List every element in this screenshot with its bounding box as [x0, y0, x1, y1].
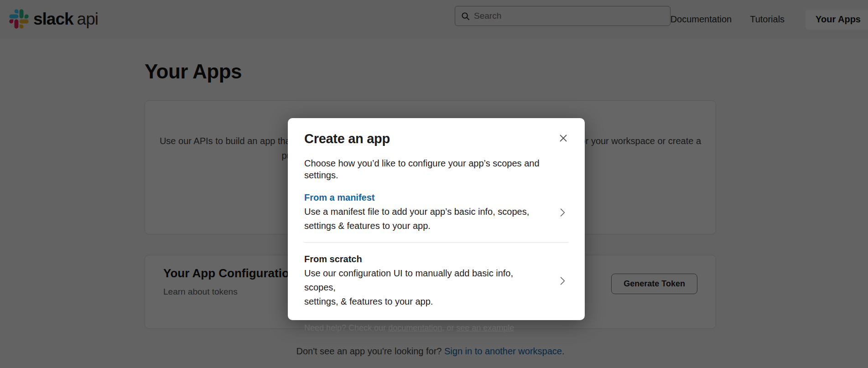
slack-api-your-apps-page: { "header": { "brand": { "bold": "slack"… [0, 0, 868, 368]
option-from-a-manifest[interactable]: From a manifest Use a manifest file to a… [304, 192, 568, 233]
from-scratch-title[interactable]: From scratch [304, 253, 535, 265]
modal-help-line: Need help? Check our documentation, or s… [304, 322, 568, 333]
from-a-manifest-title[interactable]: From a manifest [304, 192, 529, 203]
from-scratch-description: Use our configuration UI to manually add… [304, 266, 535, 309]
help-prefix-text: Need help? Check our [304, 323, 388, 332]
modal-title: Create an app [304, 131, 390, 146]
create-an-app-modal: Create an app Choose how you’d like to c… [288, 118, 585, 320]
chevron-right-icon [556, 207, 568, 218]
modal-subtitle: Choose how you’d like to configure your … [304, 157, 568, 181]
close-button[interactable] [558, 133, 568, 143]
see-an-example-link[interactable]: see an example [456, 323, 514, 332]
chevron-right-icon [556, 275, 568, 287]
options-divider [304, 242, 568, 243]
from-a-manifest-description: Use a manifest file to add your app’s ba… [304, 205, 529, 233]
option-from-scratch[interactable]: From scratch Use our configuration UI to… [304, 253, 568, 309]
close-icon [558, 133, 568, 143]
help-separator-text: , or [442, 323, 456, 332]
documentation-link[interactable]: documentation [388, 323, 442, 332]
